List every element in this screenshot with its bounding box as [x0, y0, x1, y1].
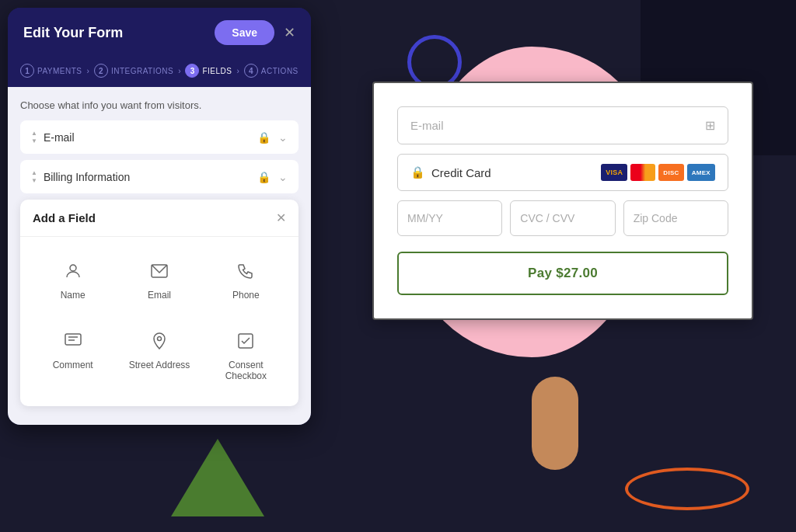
payment-preview-panel: E-mail ⊞ 🔒 Credit Card VISA DISC AMEX MM… — [372, 82, 753, 320]
step-num-3: 3 — [185, 64, 199, 78]
billing-field-row[interactable]: ▲ ▼ Billing Information 🔒 ⌄ — [20, 160, 298, 193]
bg-brown-shape — [532, 377, 578, 470]
amex-icon: AMEX — [687, 164, 715, 181]
lock-icon-card: 🔒 — [410, 165, 425, 179]
choose-info-text: Choose what info you want from visitors. — [20, 99, 298, 111]
panel-title: Edit Your Form — [23, 25, 123, 41]
email-field-left: ▲ ▼ E-mail — [31, 130, 75, 144]
step-actions[interactable]: 4 ACTIONS — [244, 64, 298, 78]
billing-field-label: Billing Information — [44, 171, 130, 183]
billing-field-right: 🔒 ⌄ — [257, 171, 288, 183]
sort-arrows-billing: ▲ ▼ — [31, 169, 37, 184]
edit-content: Choose what info you want from visitors.… — [8, 87, 311, 425]
step-label-3: FIELDS — [202, 67, 232, 75]
field-email-label: Email — [148, 290, 171, 301]
envelope-icon — [150, 262, 169, 283]
bg-oval-orange — [625, 468, 749, 510]
step-label-4: ACTIONS — [261, 67, 298, 75]
person-icon — [64, 262, 82, 283]
step-label-1: PAYMENTS — [37, 67, 82, 75]
location-icon — [150, 332, 169, 353]
svg-rect-2 — [65, 334, 81, 345]
credit-card-label: Credit Card — [431, 166, 491, 179]
cvc-field: CVC / CVV — [510, 200, 615, 236]
svg-point-0 — [70, 265, 76, 271]
bg-green-triangle — [171, 439, 264, 516]
email-grid-icon: ⊞ — [705, 118, 715, 133]
svg-point-5 — [157, 337, 161, 341]
mastercard-icon — [630, 164, 655, 181]
card-brand-icons: VISA DISC AMEX — [601, 164, 715, 181]
step-integrations[interactable]: 2 INTEGRATIONS — [94, 64, 173, 78]
step-divider-2: › — [176, 67, 182, 75]
lock-icon-billing: 🔒 — [257, 171, 271, 183]
mm-yy-field: MM/YY — [397, 200, 502, 236]
step-fields[interactable]: 3 FIELDS — [185, 64, 232, 78]
header-right: Save ✕ — [215, 20, 295, 45]
step-num-2: 2 — [94, 64, 108, 78]
close-button[interactable]: ✕ — [284, 24, 295, 41]
visa-icon: VISA — [601, 164, 627, 181]
edit-form-panel: Edit Your Form Save ✕ 1 PAYMENTS › 2 INT… — [8, 8, 311, 425]
panel-header: Edit Your Form Save ✕ — [8, 8, 311, 57]
email-field-row[interactable]: ▲ ▼ E-mail 🔒 ⌄ — [20, 120, 298, 154]
lock-icon-email: 🔒 — [257, 131, 271, 144]
chevron-down-icon-billing: ⌄ — [278, 171, 288, 183]
field-option-street[interactable]: Street Address — [119, 319, 199, 394]
preview-email-label: E-mail — [410, 119, 444, 132]
add-field-popup: Add a Field ✕ Name Email — [20, 200, 298, 406]
add-field-close-button[interactable]: ✕ — [276, 210, 286, 225]
field-comment-label: Comment — [53, 360, 93, 370]
field-grid: Name Email Phone — [20, 237, 298, 406]
add-field-title: Add a Field — [33, 211, 96, 224]
field-option-name[interactable]: Name — [33, 249, 113, 313]
steps-navigation: 1 PAYMENTS › 2 INTEGRATIONS › 3 FIELDS ›… — [8, 57, 311, 87]
field-name-label: Name — [61, 290, 86, 301]
sort-arrows-email: ▲ ▼ — [31, 130, 37, 144]
comment-icon — [64, 332, 82, 353]
save-button[interactable]: Save — [215, 20, 274, 45]
phone-icon — [236, 262, 255, 283]
step-divider-1: › — [86, 67, 91, 75]
zip-field: Zip Code — [623, 200, 728, 236]
discover-icon: DISC — [658, 164, 683, 181]
credit-card-row: 🔒 Credit Card VISA DISC AMEX — [397, 154, 728, 191]
preview-email-field: E-mail ⊞ — [397, 106, 728, 144]
add-field-header: Add a Field ✕ — [20, 200, 298, 237]
step-label-2: INTEGRATIONS — [111, 67, 173, 75]
field-option-comment[interactable]: Comment — [33, 319, 113, 394]
step-divider-3: › — [236, 67, 241, 75]
field-consent-label: Consent Checkbox — [212, 360, 280, 381]
pay-button[interactable]: Pay $27.00 — [397, 252, 728, 295]
field-option-consent[interactable]: Consent Checkbox — [206, 319, 286, 394]
step-num-4: 4 — [244, 64, 258, 78]
field-phone-label: Phone — [232, 290, 260, 301]
step-num-1: 1 — [20, 64, 34, 78]
field-option-email[interactable]: Email — [119, 249, 199, 313]
email-field-label: E-mail — [44, 131, 75, 144]
step-payments[interactable]: 1 PAYMENTS — [20, 64, 82, 78]
chevron-down-icon-email: ⌄ — [278, 131, 288, 144]
field-option-phone[interactable]: Phone — [206, 249, 286, 313]
email-field-right: 🔒 ⌄ — [257, 131, 288, 144]
card-sub-fields-row: MM/YY CVC / CVV Zip Code — [397, 200, 728, 236]
billing-field-left: ▲ ▼ Billing Information — [31, 169, 130, 184]
field-street-label: Street Address — [129, 360, 190, 370]
checkbox-icon — [236, 332, 255, 353]
credit-card-left: 🔒 Credit Card — [410, 165, 491, 179]
